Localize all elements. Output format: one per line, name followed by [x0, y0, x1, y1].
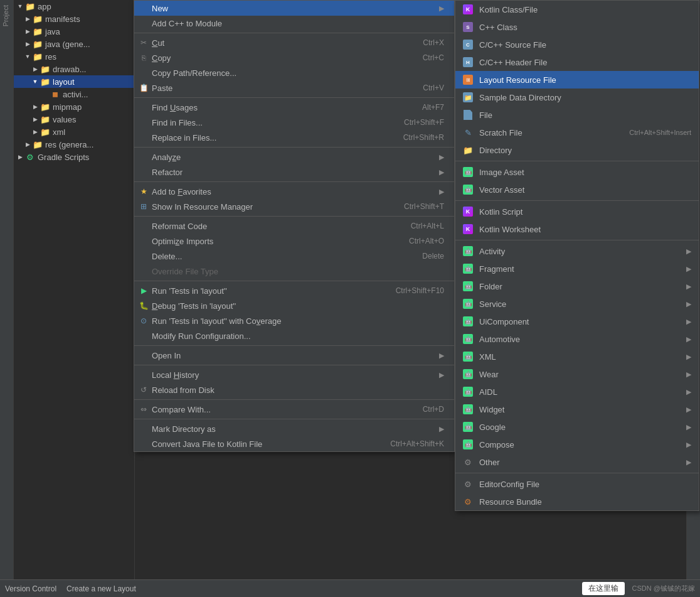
- coverage-icon: ⊙: [138, 316, 149, 325]
- chevron-right-icon: ▶: [24, 15, 31, 23]
- arrow-icon: ▶: [686, 300, 691, 308]
- tree-item-app[interactable]: ▼ 📁 app: [14, 0, 134, 13]
- submenu-sep-4: [455, 473, 699, 473]
- tree-item-layout[interactable]: ▼ 📁 layout: [14, 75, 134, 88]
- arrow-icon: ▶: [439, 153, 444, 161]
- tree-item-java[interactable]: ▶ 📁 java: [14, 25, 134, 38]
- menu-item-open-in[interactable]: Open In ▶: [134, 348, 454, 363]
- menu-item-new[interactable]: New ▶: [134, 1, 454, 16]
- menu-item-replace-files[interactable]: Replace in Files... Ctrl+Shift+R: [134, 130, 454, 145]
- arrow-icon: ▶: [686, 370, 691, 379]
- submenu-label-kotlin-script: Kotlin Script: [479, 207, 691, 217]
- menu-item-compare[interactable]: ⇔ Compare With... Ctrl+D: [134, 402, 454, 417]
- menu-label-cut: Cut: [152, 38, 410, 48]
- submenu-item-layout-resource[interactable]: ⊞ Layout Resource File: [455, 71, 699, 89]
- menu-item-favorites[interactable]: ★ Add to Favorites ▶: [134, 184, 454, 199]
- submenu-item-ui-component[interactable]: 🤖 UiComponent ▶: [455, 313, 699, 330]
- submenu-item-aidl[interactable]: 🤖 AIDL ▶: [455, 383, 699, 401]
- submenu-item-other[interactable]: ⚙ Other ▶: [455, 453, 699, 471]
- submenu-item-cpp-source[interactable]: C C/C++ Source File: [455, 36, 699, 53]
- menu-item-mark-dir[interactable]: Mark Directory as ▶: [134, 421, 454, 436]
- submenu-item-directory[interactable]: 📁 Directory: [455, 141, 699, 159]
- submenu-item-editor-config[interactable]: ⚙ EditorConfig File: [455, 475, 699, 493]
- menu-item-copy[interactable]: ⎘ Copy Ctrl+C: [134, 50, 454, 65]
- submenu-item-fragment[interactable]: 🤖 Fragment ▶: [455, 260, 699, 277]
- run-tests-shortcut: Ctrl+Shift+F10: [396, 286, 444, 295]
- menu-item-reload[interactable]: ↺ Reload from Disk: [134, 382, 454, 397]
- project-tool-label[interactable]: Project: [0, 0, 13, 31]
- menu-item-cut[interactable]: ✂ Cut Ctrl+X: [134, 35, 454, 50]
- menu-item-find-files[interactable]: Find in Files... Ctrl+Shift+F: [134, 115, 454, 130]
- separator-4: [134, 181, 454, 182]
- menu-item-optimize[interactable]: Optimize Imports Ctrl+Alt+O: [134, 234, 454, 249]
- tree-label-drawable: drawab...: [53, 65, 86, 74]
- arrow-icon: ▶: [439, 168, 444, 176]
- submenu-item-cpp-header[interactable]: H C/C++ Header File: [455, 53, 699, 71]
- service-icon: 🤖: [462, 298, 474, 310]
- submenu-item-file[interactable]: File: [455, 106, 699, 124]
- submenu-item-scratch[interactable]: ✎ Scratch File Ctrl+Alt+Shift+Insert: [455, 124, 699, 141]
- version-control-label[interactable]: Version Control: [5, 584, 56, 593]
- tree-label-mipmap: mipmap: [53, 102, 82, 112]
- submenu-item-automotive[interactable]: 🤖 Automotive ▶: [455, 330, 699, 348]
- submenu-item-resource-bundle[interactable]: ⚙ Resource Bundle: [455, 493, 699, 510]
- menu-item-delete[interactable]: Delete... Delete: [134, 249, 454, 264]
- submenu-item-widget[interactable]: 🤖 Widget ▶: [455, 401, 699, 418]
- tree-item-res[interactable]: ▼ 📁 res: [14, 50, 134, 63]
- submenu-label-xml: XML: [479, 352, 682, 362]
- submenu-item-google[interactable]: 🤖 Google ▶: [455, 418, 699, 436]
- tree-item-java-gen[interactable]: ▶ 📁 java (gene...: [14, 38, 134, 50]
- menu-item-refactor[interactable]: Refactor ▶: [134, 164, 454, 180]
- chevron-down-icon: ▼: [16, 3, 24, 10]
- submenu-item-sample-data[interactable]: 📁 Sample Data Directory: [455, 89, 699, 106]
- submenu-label-directory: Directory: [479, 146, 691, 155]
- tree-item-manifests[interactable]: ▶ 📁 manifests: [14, 13, 134, 25]
- folder-item-icon: 🤖: [462, 280, 474, 293]
- submenu-label-editor-config: EditorConfig File: [479, 480, 691, 489]
- tree-item-res-gen[interactable]: ▶ 📁 res (genera...: [14, 138, 134, 151]
- submenu-item-kotlin-worksheet[interactable]: K Kotlin Worksheet: [455, 220, 699, 238]
- submenu-label-kotlin-class: Kotlin Class/File: [479, 5, 691, 14]
- submenu-item-cpp-class[interactable]: S C++ Class: [455, 18, 699, 36]
- menu-item-run-coverage[interactable]: ⊙ Run 'Tests in 'layout'' with Coverage: [134, 313, 454, 328]
- menu-item-find-usages[interactable]: Find Usages Alt+F7: [134, 100, 454, 115]
- menu-item-reformat[interactable]: Reformat Code Ctrl+Alt+L: [134, 218, 454, 234]
- submenu-item-kotlin-script[interactable]: K Kotlin Script: [455, 203, 699, 220]
- submenu-item-kotlin-class[interactable]: K Kotlin Class/File: [455, 1, 699, 18]
- menu-label-modify-run: Modify Run Configuration...: [152, 331, 444, 341]
- submenu-item-folder[interactable]: 🤖 Folder ▶: [455, 277, 699, 295]
- cpp-class-icon: S: [462, 21, 474, 33]
- debug-icon: 🐛: [138, 301, 149, 310]
- menu-item-analyze[interactable]: Analyze ▶: [134, 149, 454, 164]
- menu-item-run-tests[interactable]: ▶ Run 'Tests in 'layout'' Ctrl+Shift+F10: [134, 283, 454, 298]
- submenu-item-xml[interactable]: 🤖 XML ▶: [455, 348, 699, 365]
- folder-icon: 📁: [33, 139, 43, 149]
- taskbar-search[interactable]: 在这里输: [582, 582, 625, 595]
- menu-item-show-resource[interactable]: ⊞ Show In Resource Manager Ctrl+Shift+T: [134, 199, 454, 214]
- menu-item-modify-run[interactable]: Modify Run Configuration...: [134, 328, 454, 343]
- menu-item-convert-java[interactable]: Convert Java File to Kotlin File Ctrl+Al…: [134, 436, 454, 451]
- tree-item-values[interactable]: ▶ 📁 values: [14, 113, 134, 126]
- submenu-item-activity[interactable]: 🤖 Activity ▶: [455, 242, 699, 260]
- arrow-icon: ▶: [686, 423, 691, 431]
- tree-item-gradle[interactable]: ▶ ⚙ Gradle Scripts: [14, 151, 134, 163]
- tree-item-mipmap[interactable]: ▶ 📁 mipmap: [14, 100, 134, 113]
- menu-item-add-cpp[interactable]: Add C++ to Module: [134, 16, 454, 31]
- tree-item-drawable[interactable]: ▶ 📁 drawab...: [14, 63, 134, 75]
- submenu-item-wear[interactable]: 🤖 Wear ▶: [455, 365, 699, 383]
- menu-item-local-history[interactable]: Local History ▶: [134, 367, 454, 382]
- menu-item-paste[interactable]: 📋 Paste Ctrl+V: [134, 80, 454, 95]
- submenu-item-compose[interactable]: 🤖 Compose ▶: [455, 436, 699, 453]
- menu-item-debug-tests[interactable]: 🐛 Debug 'Tests in 'layout'': [134, 298, 454, 313]
- tree-item-activity[interactable]: ◼ activi...: [14, 88, 134, 100]
- menu-item-copy-path[interactable]: Copy Path/Reference...: [134, 65, 454, 80]
- show-icon: ⊞: [138, 202, 149, 211]
- cpp-source-icon: C: [462, 38, 474, 51]
- tree-item-xml[interactable]: ▶ 📁 xml: [14, 126, 134, 138]
- optimize-shortcut: Ctrl+Alt+O: [409, 237, 444, 245]
- submenu-item-service[interactable]: 🤖 Service ▶: [455, 295, 699, 313]
- submenu-item-image-asset[interactable]: 🤖 Image Asset: [455, 163, 699, 181]
- submenu-label-file: File: [479, 110, 691, 120]
- submenu-item-vector-asset[interactable]: 🤖 Vector Asset: [455, 181, 699, 198]
- chevron-right-icon: ▶: [31, 103, 39, 110]
